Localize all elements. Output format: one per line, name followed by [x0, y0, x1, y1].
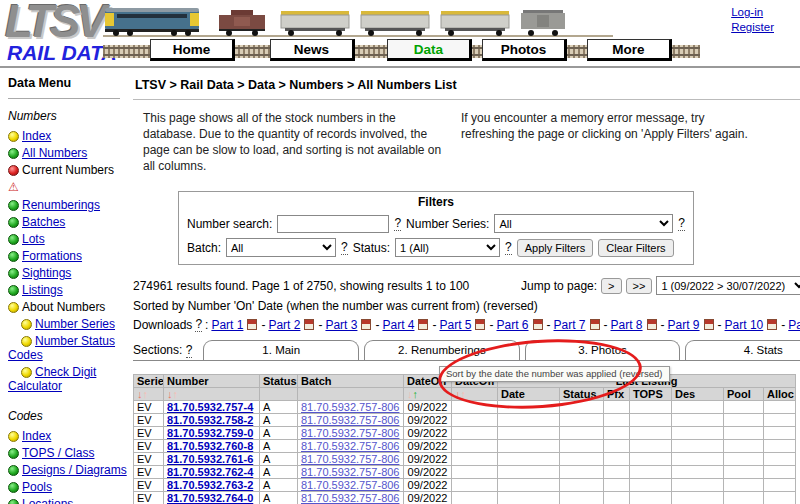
sidebar-item-renumberings[interactable]: Renumberings — [8, 198, 130, 212]
sidebar-item-index-codes[interactable]: Index — [8, 429, 130, 443]
help-icon[interactable]: ? — [341, 240, 348, 255]
page-select[interactable]: 1 (09/2022 > 30/07/2022) — [656, 276, 800, 295]
number-link[interactable]: 81.70.5932.761-6 — [167, 453, 253, 465]
pdf-icon[interactable] — [304, 319, 314, 330]
register-link[interactable]: Register — [731, 20, 774, 35]
yellow-ball-icon — [21, 336, 32, 347]
download-part-link[interactable]: Part 1 — [211, 318, 243, 332]
tab-renumberings[interactable]: 2. Renumberings — [364, 340, 520, 360]
nav-news-button[interactable]: News — [270, 39, 355, 61]
sidebar-item-check-digit-calculator[interactable]: Check Digit Calculator — [8, 365, 130, 393]
help-icon[interactable]: ? — [394, 216, 401, 231]
green-ball-icon — [8, 217, 19, 228]
sidebar-item-batches[interactable]: Batches — [8, 215, 130, 229]
tab-main[interactable]: 1. Main — [203, 340, 359, 360]
clear-filters-button[interactable]: Clear Filters — [598, 239, 673, 257]
table-row: EV 81.70.5932.759-0 A 81.70.5932.757-806… — [134, 427, 796, 440]
numbers-table: Series Number Status Batch DateOn DateOf… — [133, 374, 796, 504]
download-part-link[interactable]: Part 6 — [496, 318, 528, 332]
table-row: EV 81.70.5932.764-0 A 81.70.5932.757-806… — [134, 492, 796, 504]
nav-photos-button[interactable]: Photos — [482, 39, 567, 61]
download-part-link[interactable]: Part 2 — [268, 318, 300, 332]
login-link[interactable]: Log-in — [731, 5, 763, 20]
batch-link[interactable]: 81.70.5932.757-806 — [301, 466, 399, 478]
sidebar-item-tops-class[interactable]: TOPS / Class — [8, 446, 130, 460]
batch-link[interactable]: 81.70.5932.757-806 — [301, 427, 399, 439]
download-part-link[interactable]: Part 9 — [668, 318, 700, 332]
nav-data-button[interactable]: Data — [387, 39, 472, 61]
batch-select[interactable]: All — [226, 238, 336, 257]
download-part-link[interactable]: Part 7 — [554, 318, 586, 332]
pdf-icon[interactable] — [767, 319, 777, 330]
sidebar-item-formations[interactable]: Formations — [8, 249, 130, 263]
download-part-link[interactable]: Part 11 — [788, 318, 800, 332]
number-series-select[interactable]: All — [494, 214, 673, 233]
batch-link[interactable]: 81.70.5932.757-806 — [301, 401, 399, 413]
sidebar-item-pools[interactable]: Pools — [8, 480, 130, 494]
last-page-button[interactable]: >> — [626, 278, 653, 294]
number-link[interactable]: 81.70.5932.759-0 — [167, 427, 253, 439]
status-label: Status: — [353, 241, 390, 255]
batch-link[interactable]: 81.70.5932.757-806 — [301, 414, 399, 426]
sidebar-item-designs-diagrams[interactable]: Designs / Diagrams — [8, 463, 130, 477]
pdf-icon[interactable] — [418, 319, 428, 330]
pdf-icon[interactable] — [361, 319, 371, 330]
pdf-icon[interactable] — [475, 319, 485, 330]
green-ball-icon — [8, 285, 19, 296]
batch-link[interactable]: 81.70.5932.757-806 — [301, 479, 399, 491]
sidebar-item-about-numbers: About Numbers — [8, 300, 130, 314]
batch-link[interactable]: 81.70.5932.757-806 — [301, 492, 399, 504]
pdf-icon[interactable] — [704, 319, 714, 330]
download-part-link[interactable]: Part 4 — [382, 318, 414, 332]
pagination-controls: Jump to page: > >> 1 (09/2022 > 30/07/20… — [521, 276, 800, 295]
table-row: EV 81.70.5932.763-2 A 81.70.5932.757-806… — [134, 479, 796, 492]
pdf-icon[interactable] — [590, 319, 600, 330]
download-part-link[interactable]: Part 8 — [611, 318, 643, 332]
sidebar-title: Data Menu — [8, 76, 130, 90]
sidebar-divider — [8, 98, 120, 99]
batch-link[interactable]: 81.70.5932.757-806 — [301, 440, 399, 452]
tab-photos[interactable]: 3. Photos — [525, 340, 681, 360]
help-icon[interactable]: ? — [186, 343, 193, 358]
nav-more-button[interactable]: More — [587, 39, 672, 61]
number-link[interactable]: 81.70.5932.760-8 — [167, 440, 253, 452]
green-ball-icon — [8, 234, 19, 245]
sidebar-item-lots[interactable]: Lots — [8, 232, 130, 246]
sort-ascending-icon[interactable]: ↑ — [143, 388, 149, 400]
number-link[interactable]: 81.70.5932.762-4 — [167, 466, 253, 478]
batch-link[interactable]: 81.70.5932.757-806 — [301, 453, 399, 465]
sidebar-item-listings[interactable]: Listings — [8, 283, 130, 297]
nav-home-button[interactable]: Home — [150, 39, 235, 61]
number-link[interactable]: 81.70.5932.764-0 — [167, 492, 253, 504]
sidebar-item-number-series[interactable]: Number Series — [8, 317, 130, 331]
sort-ascending-icon[interactable]: ↑ — [461, 388, 467, 400]
sidebar-item-locations[interactable]: Locations — [8, 497, 130, 504]
col-header-pfx: Pfx — [607, 388, 624, 401]
sidebar-item-all-numbers[interactable]: All Numbers — [8, 146, 130, 160]
help-icon[interactable]: ? — [505, 240, 512, 255]
number-link[interactable]: 81.70.5932.763-2 — [167, 479, 253, 491]
number-link[interactable]: 81.70.5932.757-4 — [167, 401, 253, 413]
help-icon[interactable]: ? — [678, 216, 685, 231]
download-part-link[interactable]: Part 5 — [439, 318, 471, 332]
next-page-button[interactable]: > — [601, 278, 621, 294]
pdf-icon[interactable] — [533, 319, 543, 330]
warning-icon: ⚠ — [8, 180, 130, 194]
apply-filters-button[interactable]: Apply Filters — [517, 239, 594, 257]
number-search-input[interactable] — [277, 215, 389, 233]
sections-tabs: Sections: ? 1. Main 2. Renumberings 3. P… — [133, 338, 800, 361]
sidebar-item-sightings[interactable]: Sightings — [8, 266, 130, 280]
help-icon[interactable]: ? — [195, 317, 202, 332]
sidebar-item-number-status-codes[interactable]: Number Status Codes — [8, 334, 130, 362]
download-part-link[interactable]: Part 3 — [325, 318, 357, 332]
sidebar: Data Menu Numbers Index All Numbers Curr… — [0, 68, 130, 504]
download-part-link[interactable]: Part 10 — [725, 318, 764, 332]
sort-ascending-active-icon[interactable]: ↑ — [413, 388, 419, 400]
number-link[interactable]: 81.70.5932.758-2 — [167, 414, 253, 426]
pdf-icon[interactable] — [247, 319, 257, 330]
pdf-icon[interactable] — [647, 319, 657, 330]
tab-stats[interactable]: 4. Stats — [685, 340, 800, 360]
sort-ascending-icon[interactable]: ↑ — [173, 388, 179, 400]
status-select[interactable]: 1 (All) — [395, 238, 500, 257]
sidebar-item-index-numbers[interactable]: Index — [8, 129, 130, 143]
